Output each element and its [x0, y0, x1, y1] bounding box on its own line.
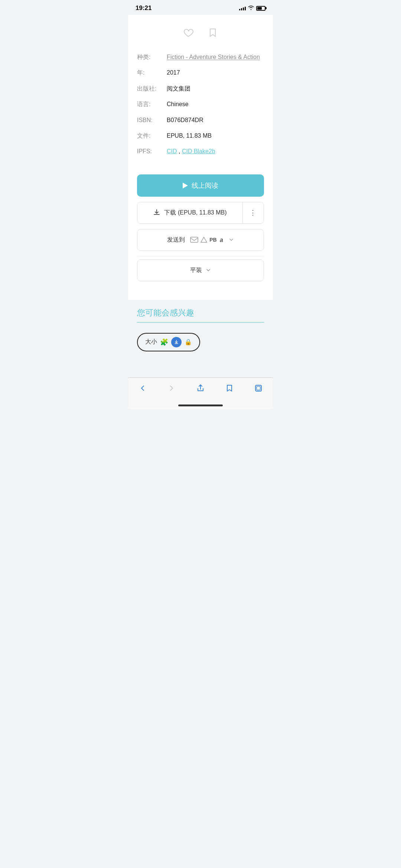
signal-icon: [239, 6, 246, 10]
more-options-button[interactable]: ⋮: [242, 202, 264, 223]
download-circle-icon: [171, 337, 182, 347]
isbn-label: ISBN:: [137, 112, 167, 128]
divider: [137, 256, 264, 256]
bookmarks-button[interactable]: [219, 381, 240, 395]
bottom-oval-annotation: 大小 🧩 🔒: [137, 333, 200, 351]
more-icon: ⋮: [250, 209, 257, 217]
heart-button[interactable]: [182, 26, 195, 40]
publisher-label: 出版社:: [137, 81, 167, 96]
language-label: 语言:: [137, 96, 167, 112]
bookmark-icon: [208, 27, 218, 38]
file-value: EPUB, 11.83 MB: [167, 128, 264, 144]
file-label: 文件:: [137, 128, 167, 144]
language-value: Chinese: [167, 96, 264, 112]
publisher-row: 出版社: 阅文集团: [137, 81, 264, 96]
tabs-button[interactable]: [248, 381, 269, 395]
share-button[interactable]: [190, 381, 211, 395]
language-row: 语言: Chinese: [137, 96, 264, 112]
home-indicator: [128, 402, 273, 409]
forward-icon: [167, 384, 176, 393]
forward-button[interactable]: [161, 381, 182, 395]
file-row: 文件: EPUB, 11.83 MB: [137, 128, 264, 144]
status-bar: 19:21: [128, 0, 273, 15]
metadata-table: 种类: Fiction - Adventure Stories & Action…: [137, 49, 264, 160]
genre-row: 种类: Fiction - Adventure Stories & Action: [137, 49, 264, 65]
ipfs-value: CID , CID Blake2b: [167, 144, 264, 159]
format-label: 平装: [190, 266, 202, 274]
recommendations-section: 您可能会感兴趣: [128, 300, 273, 326]
size-oval-label: 大小: [145, 338, 157, 346]
dropdown-arrow-icon: [229, 237, 234, 242]
wifi-icon: [248, 5, 254, 11]
svg-rect-3: [257, 386, 260, 390]
download-label: 下载 (EPUB, 11.83 MB): [164, 209, 226, 217]
year-label: 年:: [137, 65, 167, 81]
year-value: 2017: [167, 65, 264, 81]
isbn-row: ISBN: B076D874DR: [137, 112, 264, 128]
svg-text:a: a: [220, 237, 223, 243]
send-to-button[interactable]: 发送到 PB a: [137, 229, 264, 251]
action-icons: [137, 22, 264, 49]
format-button[interactable]: 平装: [137, 259, 264, 281]
tabs-icon: [254, 384, 263, 393]
download-row: 下载 (EPUB, 11.83 MB) ⋮: [137, 202, 264, 224]
recommendations-title: 您可能会感兴趣: [137, 307, 264, 322]
pb-label: PB: [209, 237, 216, 243]
heart-icon: [183, 27, 193, 38]
bottom-toolbar-area: 大小 🧩 🔒: [128, 326, 273, 377]
svg-rect-0: [190, 237, 198, 242]
year-row: 年: 2017: [137, 65, 264, 81]
cloud-icon: [200, 236, 207, 243]
lock-icon: 🔒: [185, 338, 192, 345]
email-icon: [190, 237, 198, 243]
status-icons: [239, 5, 265, 11]
bookmarks-icon: [225, 384, 234, 393]
back-icon: [138, 384, 147, 393]
ipfs-separator: ,: [179, 148, 182, 154]
bookmark-button[interactable]: [206, 26, 219, 40]
download-button[interactable]: 下载 (EPUB, 11.83 MB): [137, 202, 242, 223]
genre-value[interactable]: Fiction - Adventure Stories & Action: [167, 49, 264, 65]
ipfs-label: IPFS:: [137, 144, 167, 159]
download-icon: [153, 209, 160, 216]
cid-blake2b-link[interactable]: CID Blake2b: [182, 148, 215, 154]
isbn-value: B076D874DR: [167, 112, 264, 128]
share-icon: [196, 384, 205, 393]
read-online-button[interactable]: 线上阅读: [137, 174, 264, 197]
genre-label: 种类:: [137, 49, 167, 65]
status-time: 19:21: [136, 4, 151, 12]
cid-link[interactable]: CID: [167, 148, 177, 154]
main-content: 种类: Fiction - Adventure Stories & Action…: [128, 15, 273, 300]
send-to-label: 发送到: [167, 236, 185, 244]
home-indicator-bar: [178, 404, 223, 406]
publisher-value: 阅文集团: [167, 81, 264, 96]
puzzle-icon: 🧩: [160, 338, 168, 346]
read-online-label: 线上阅读: [192, 181, 218, 190]
genre-link[interactable]: Fiction - Adventure Stories & Action: [167, 54, 260, 60]
buttons-section: 线上阅读 下载 (EPUB, 11.83 MB) ⋮ 发送到: [137, 166, 264, 292]
amazon-icon: a: [219, 236, 226, 243]
format-dropdown-icon: [206, 268, 211, 273]
play-icon: [183, 183, 188, 189]
ipfs-row: IPFS: CID , CID Blake2b: [137, 144, 264, 159]
send-service-icons: PB a: [190, 236, 234, 243]
safari-nav: [128, 377, 273, 402]
battery-icon: [256, 6, 265, 11]
back-button[interactable]: [132, 381, 153, 395]
